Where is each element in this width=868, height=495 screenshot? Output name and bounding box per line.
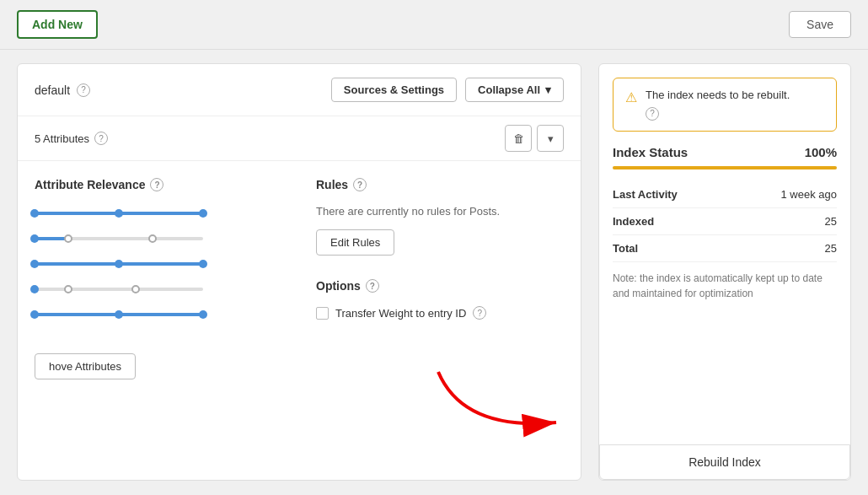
slider-dot-mid[interactable]	[115, 310, 123, 319]
default-help-icon[interactable]: ?	[77, 83, 90, 97]
attributes-actions: 🗑 ▾	[505, 125, 564, 152]
rules-title: Rules ?	[316, 178, 564, 191]
slider-dot-right[interactable]	[131, 285, 140, 293]
slider-track[interactable]	[35, 212, 203, 215]
attributes-label: 5 Attributes ?	[35, 132, 108, 145]
rules-empty-text: There are currently no rules for Posts.	[316, 205, 564, 218]
transfer-weight-row: Transfer Weight to entry ID ?	[316, 306, 564, 320]
attributes-help-icon[interactable]: ?	[94, 132, 108, 145]
slider-row	[35, 306, 282, 323]
total-row: Total 25	[613, 235, 837, 262]
delete-button[interactable]: 🗑	[505, 125, 532, 152]
alert-help-icon[interactable]: ?	[646, 107, 659, 121]
right-panel: ⚠ The index needs to be rebuilt. ? Index…	[598, 63, 851, 481]
last-activity-row: Last Activity 1 week ago	[613, 181, 837, 208]
transfer-weight-checkbox[interactable]	[316, 307, 329, 320]
expand-button[interactable]: ▾	[537, 125, 564, 152]
attributes-count: 5 Attributes	[35, 132, 89, 145]
slider-dot-left[interactable]	[30, 234, 39, 243]
sources-settings-button[interactable]: Sources & Settings	[331, 78, 457, 102]
trash-icon: 🗑	[513, 132, 524, 145]
slider-dot-mid[interactable]	[64, 285, 72, 293]
collapse-all-label: Collapse All	[478, 83, 540, 96]
default-label: default	[35, 83, 70, 97]
slider-track[interactable]	[35, 288, 203, 291]
total-label: Total	[613, 242, 638, 255]
options-section: Options ? Transfer Weight to entry ID ?	[316, 279, 564, 320]
attribute-relevance-title: Attribute Relevance ?	[35, 178, 282, 191]
rules-help-icon[interactable]: ?	[353, 178, 367, 191]
chevron-down-icon: ▾	[548, 132, 554, 145]
alert-box: ⚠ The index needs to be rebuilt. ?	[613, 78, 837, 132]
indexed-label: Indexed	[613, 215, 654, 228]
total-value: 25	[825, 242, 837, 255]
top-bar: Add New Save	[0, 0, 868, 50]
move-attributes-button[interactable]: hove Attributes	[35, 353, 136, 379]
attributes-bar: 5 Attributes ? 🗑 ▾	[18, 116, 581, 161]
last-activity-value: 1 week ago	[781, 188, 838, 201]
progress-bar	[613, 166, 837, 169]
index-status-title: Index Status	[613, 145, 688, 159]
collapse-all-button[interactable]: Collapse All ▾	[465, 78, 564, 102]
content-sections: Attribute Relevance ?	[18, 161, 581, 340]
rules-section: Rules ? There are currently no rules for…	[316, 178, 564, 323]
rebuild-index-button[interactable]: Rebuild Index	[599, 444, 850, 480]
sliders-container	[35, 205, 282, 323]
slider-dot-right[interactable]	[199, 209, 207, 218]
slider-fill	[35, 237, 68, 240]
slider-dot-mid[interactable]	[64, 234, 72, 243]
edit-rules-button[interactable]: Edit Rules	[316, 229, 394, 256]
slider-row	[35, 230, 282, 247]
slider-dot-left[interactable]	[30, 285, 39, 293]
right-panel-content: ⚠ The index needs to be rebuilt. ? Index…	[599, 64, 850, 444]
slider-dot-left[interactable]	[30, 260, 39, 268]
slider-dot-left[interactable]	[30, 209, 39, 218]
slider-track[interactable]	[35, 262, 203, 266]
transfer-weight-label: Transfer Weight to entry ID	[335, 307, 466, 320]
add-new-button[interactable]: Add New	[17, 10, 98, 39]
slider-dot-right[interactable]	[148, 234, 157, 243]
save-button[interactable]: Save	[789, 11, 851, 38]
slider-dot-left[interactable]	[30, 310, 39, 319]
attribute-relevance-section: Attribute Relevance ?	[35, 178, 282, 323]
transfer-weight-help-icon[interactable]: ?	[473, 306, 486, 320]
index-status-percentage: 100%	[805, 145, 837, 159]
slider-dot-right[interactable]	[199, 260, 207, 268]
indexed-row: Indexed 25	[613, 208, 837, 235]
relevance-help-icon[interactable]: ?	[150, 178, 163, 191]
panel-header-left: default ?	[35, 83, 90, 97]
panel-header: default ? Sources & Settings Collapse Al…	[18, 64, 581, 116]
slider-track[interactable]	[35, 313, 203, 316]
progress-fill	[613, 166, 837, 169]
alert-content: The index needs to be rebuilt. ?	[646, 89, 790, 121]
alert-text: The index needs to be rebuilt.	[646, 89, 790, 101]
panel-header-right: Sources & Settings Collapse All ▾	[331, 78, 564, 102]
options-title: Options ?	[316, 279, 564, 293]
last-activity-label: Last Activity	[613, 188, 678, 201]
main-content: default ? Sources & Settings Collapse Al…	[0, 50, 868, 494]
slider-row	[35, 256, 282, 272]
slider-row	[35, 281, 282, 298]
note-text: Note: the index is automatically kept up…	[613, 271, 837, 301]
slider-dot-mid[interactable]	[115, 209, 123, 218]
chevron-down-icon: ▾	[545, 83, 551, 96]
index-status-header: Index Status 100%	[613, 145, 837, 159]
warning-icon: ⚠	[625, 89, 637, 105]
left-panel: default ? Sources & Settings Collapse Al…	[17, 63, 581, 481]
indexed-value: 25	[825, 215, 837, 228]
slider-row	[35, 205, 282, 222]
slider-track[interactable]	[35, 237, 203, 240]
slider-dot-right[interactable]	[199, 310, 207, 319]
slider-dot-mid[interactable]	[115, 260, 123, 268]
options-help-icon[interactable]: ?	[366, 279, 379, 293]
